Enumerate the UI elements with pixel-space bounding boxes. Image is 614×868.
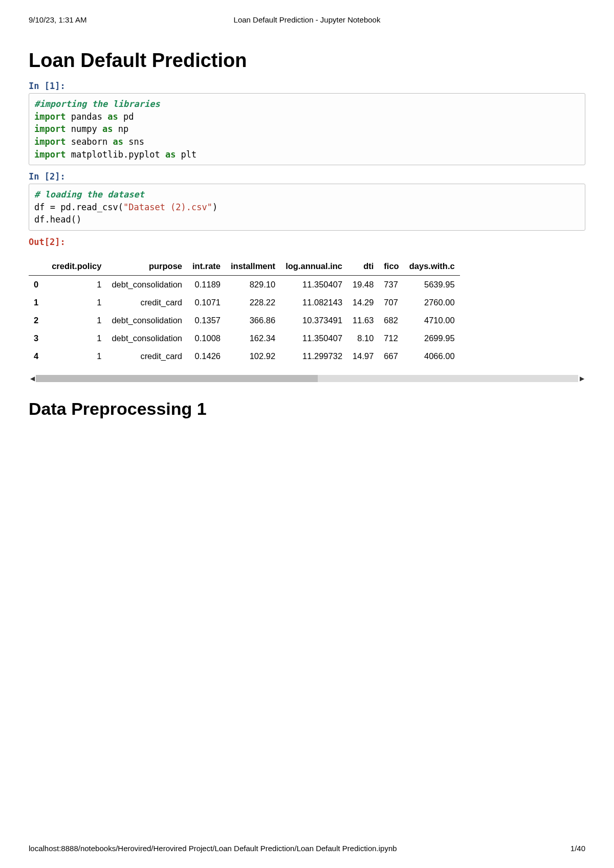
col-installment: installment	[226, 257, 280, 276]
cell: 11.299732	[280, 347, 347, 365]
footer-page: 1/40	[571, 844, 585, 853]
output-prompt-2: Out[2]:	[29, 237, 585, 247]
code-keyword: import	[34, 112, 65, 122]
code-comment: # loading the dataset	[34, 189, 144, 199]
print-footer: localhost:8888/notebooks/Herovired/Herov…	[29, 844, 585, 853]
cell: 1	[47, 347, 106, 365]
code-keyword: import	[34, 124, 65, 134]
cell: debt_consolidation	[106, 276, 187, 294]
code-text: matplotlib.pyplot	[65, 149, 165, 160]
cell: 712	[379, 329, 404, 347]
row-index: 0	[29, 276, 47, 294]
input-prompt-2: In [2]:	[29, 171, 585, 182]
cell: 8.10	[347, 329, 379, 347]
cell: 2760.00	[404, 294, 460, 311]
cell: 0.1426	[187, 347, 226, 365]
cell: 10.373491	[280, 311, 347, 329]
code-cell-2[interactable]: # loading the dataset df = pd.read_csv("…	[29, 184, 585, 231]
col-days-with-c: days.with.c	[404, 257, 460, 276]
table-row: 4 1 credit_card 0.1426 102.92 11.299732 …	[29, 347, 460, 365]
scroll-left-icon[interactable]: ◀	[29, 375, 36, 382]
row-index: 3	[29, 329, 47, 347]
input-prompt-1: In [1]:	[29, 81, 585, 91]
code-text: numpy	[65, 124, 102, 134]
dataframe-table: credit.policy purpose int.rate installme…	[29, 257, 460, 365]
code-text: pd	[118, 112, 134, 122]
code-text: seaborn	[65, 137, 113, 147]
cell: 2699.95	[404, 329, 460, 347]
cell: 682	[379, 311, 404, 329]
row-index: 1	[29, 294, 47, 311]
cell: 1	[47, 329, 106, 347]
table-row: 1 1 credit_card 0.1071 228.22 11.082143 …	[29, 294, 460, 311]
code-text: df.head()	[34, 214, 81, 225]
cell: credit_card	[106, 294, 187, 311]
page-title: Loan Default Prediction	[29, 50, 585, 72]
dataframe-output: credit.policy purpose int.rate installme…	[29, 252, 585, 384]
col-log-annual-inc: log.annual.inc	[280, 257, 347, 276]
cell: 1	[47, 276, 106, 294]
code-keyword: as	[107, 112, 118, 122]
col-dti: dti	[347, 257, 379, 276]
table-body: 0 1 debt_consolidation 0.1189 829.10 11.…	[29, 276, 460, 366]
cell: 667	[379, 347, 404, 365]
table-header-row: credit.policy purpose int.rate installme…	[29, 257, 460, 276]
col-credit-policy: credit.policy	[47, 257, 106, 276]
col-index	[29, 257, 47, 276]
scroll-right-icon[interactable]: ▶	[578, 375, 585, 382]
cell: 366.86	[226, 311, 280, 329]
code-keyword: import	[34, 137, 65, 147]
col-fico: fico	[379, 257, 404, 276]
cell: debt_consolidation	[106, 329, 187, 347]
cell: 5639.95	[404, 276, 460, 294]
cell: 0.1357	[187, 311, 226, 329]
table-row: 0 1 debt_consolidation 0.1189 829.10 11.…	[29, 276, 460, 294]
cell: 0.1189	[187, 276, 226, 294]
code-text: np	[113, 124, 129, 134]
code-text: df = pd.read_csv(	[34, 202, 123, 212]
row-index: 2	[29, 311, 47, 329]
cell: 0.1071	[187, 294, 226, 311]
code-text: plt	[176, 149, 196, 160]
cell: 19.48	[347, 276, 379, 294]
cell: 737	[379, 276, 404, 294]
cell: 11.350407	[280, 329, 347, 347]
scroll-thumb[interactable]	[36, 375, 318, 382]
horizontal-scrollbar[interactable]: ◀ ▶	[29, 373, 585, 384]
code-text: sns	[123, 137, 144, 147]
cell: 829.10	[226, 276, 280, 294]
code-keyword: import	[34, 149, 65, 160]
code-text: pandas	[65, 112, 107, 122]
cell: 14.29	[347, 294, 379, 311]
cell: 102.92	[226, 347, 280, 365]
table-row: 2 1 debt_consolidation 0.1357 366.86 10.…	[29, 311, 460, 329]
code-cell-1[interactable]: #importing the libraries import pandas a…	[29, 93, 585, 165]
cell: 1	[47, 311, 106, 329]
footer-url: localhost:8888/notebooks/Herovired/Herov…	[29, 844, 397, 853]
cell: 4066.00	[404, 347, 460, 365]
code-text: )	[212, 202, 217, 212]
cell: 0.1008	[187, 329, 226, 347]
cell: 162.34	[226, 329, 280, 347]
cell: 11.082143	[280, 294, 347, 311]
cell: debt_consolidation	[106, 311, 187, 329]
col-purpose: purpose	[106, 257, 187, 276]
cell: 4710.00	[404, 311, 460, 329]
scroll-track[interactable]	[36, 375, 578, 382]
code-keyword: as	[165, 149, 176, 160]
code-comment: #importing the libraries	[34, 99, 160, 109]
code-keyword: as	[113, 137, 123, 147]
cell: 1	[47, 294, 106, 311]
cell: 11.63	[347, 311, 379, 329]
section-heading: Data Preprocessing 1	[29, 399, 585, 419]
cell: credit_card	[106, 347, 187, 365]
row-index: 4	[29, 347, 47, 365]
code-string: "Dataset (2).csv"	[123, 202, 212, 212]
cell: 228.22	[226, 294, 280, 311]
col-int-rate: int.rate	[187, 257, 226, 276]
cell: 707	[379, 294, 404, 311]
table-row: 3 1 debt_consolidation 0.1008 162.34 11.…	[29, 329, 460, 347]
print-timestamp: 9/10/23, 1:31 AM	[29, 15, 86, 24]
code-keyword: as	[102, 124, 113, 134]
cell: 14.97	[347, 347, 379, 365]
